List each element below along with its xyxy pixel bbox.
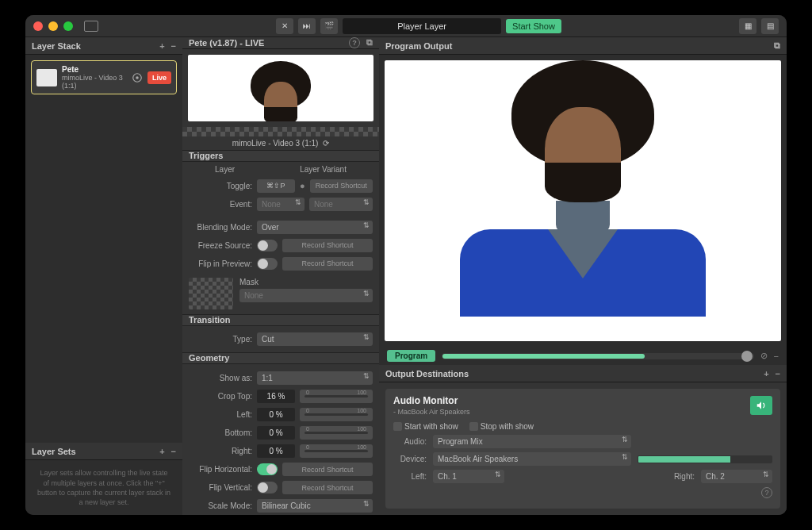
scale-dropdown[interactable]: Bilinear Cubic bbox=[257, 499, 373, 513]
audio-help-icon[interactable]: ? bbox=[761, 487, 772, 498]
crop-bottom-label: Bottom: bbox=[189, 428, 252, 437]
toggle-label: Toggle: bbox=[189, 182, 252, 190]
flip-preview-shortcut[interactable]: Record Shortcut bbox=[282, 257, 373, 271]
svg-point-1 bbox=[136, 76, 139, 79]
event-label: Event: bbox=[189, 200, 252, 209]
output-dest-header: Output Destinations +− bbox=[379, 365, 787, 382]
flip-h-label: Flip Horizontal: bbox=[189, 465, 252, 474]
variant-event-dropdown[interactable]: None bbox=[309, 198, 373, 211]
remove-layer-button[interactable]: − bbox=[171, 41, 176, 51]
popout-icon[interactable]: ⧉ bbox=[774, 40, 780, 51]
layer-settings-icon[interactable] bbox=[132, 72, 143, 83]
variant-shortcut[interactable]: Record Shortcut bbox=[310, 179, 373, 193]
layer-thumbnail bbox=[36, 69, 57, 86]
layer-item[interactable]: Pete mimoLive - Video 3 (1:1) Live bbox=[31, 60, 177, 94]
add-layerset-button[interactable]: + bbox=[159, 447, 164, 456]
sidebar-toggle-icon[interactable] bbox=[84, 21, 98, 32]
toggle-shortcut[interactable]: ⌘⇧P bbox=[257, 179, 295, 193]
crop-bottom-slider[interactable]: 0100 bbox=[300, 426, 373, 440]
stop-with-show-checkbox[interactable]: Stop with show bbox=[469, 422, 534, 431]
clapper-icon[interactable]: 🎬 bbox=[320, 18, 338, 34]
popout-icon[interactable]: ⧉ bbox=[366, 37, 373, 48]
event-dropdown[interactable]: None bbox=[257, 198, 304, 211]
audio-enable-button[interactable] bbox=[750, 396, 772, 415]
blend-dropdown[interactable]: Over bbox=[257, 221, 373, 234]
show-as-dropdown[interactable]: 1:1 bbox=[257, 371, 373, 385]
device-dropdown[interactable]: MacBook Air Speakers bbox=[433, 452, 631, 466]
layout-a-button[interactable]: ▦ bbox=[739, 18, 756, 34]
left-channel-dropdown[interactable]: Ch. 1 bbox=[433, 470, 504, 483]
transition-type-dropdown[interactable]: Cut bbox=[257, 332, 373, 346]
layer-preview bbox=[188, 55, 373, 121]
flip-h-shortcut[interactable]: Record Shortcut bbox=[282, 463, 373, 476]
program-panel: Program Output ⧉ Program ⊘ − Output Dest… bbox=[379, 37, 787, 515]
live-badge[interactable]: Live bbox=[147, 71, 171, 84]
triggers-col-layer: Layer bbox=[215, 165, 235, 174]
close-doc-button[interactable]: ✕ bbox=[276, 18, 293, 34]
preview-source-label: mimoLive - Video 3 (1:1) ⟳ bbox=[182, 136, 379, 150]
layer-source: mimoLive - Video 3 (1:1) bbox=[62, 74, 127, 90]
skip-button[interactable]: ⏭ bbox=[298, 18, 316, 34]
flip-preview-toggle[interactable] bbox=[257, 258, 278, 270]
crop-bottom-value[interactable]: 0 % bbox=[257, 426, 295, 440]
program-output-header: Program Output ⧉ bbox=[379, 37, 787, 55]
geometry-header: Geometry bbox=[182, 352, 379, 364]
add-dest-button[interactable]: + bbox=[764, 369, 768, 378]
document-title: Player Layer bbox=[343, 18, 501, 34]
minimize-icon[interactable] bbox=[48, 21, 58, 31]
start-show-button[interactable]: Start Show bbox=[506, 19, 561, 33]
flip-h-toggle[interactable] bbox=[257, 463, 278, 475]
remove-layerset-button[interactable]: − bbox=[171, 447, 176, 456]
program-badge[interactable]: Program bbox=[387, 350, 435, 362]
titlebar-center: ✕ ⏭ 🎬 Player Layer Start Show bbox=[98, 18, 739, 34]
crop-left-slider[interactable]: 0100 bbox=[300, 408, 373, 421]
left-channel-label: Left: bbox=[393, 472, 427, 481]
blend-label: Blending Mode: bbox=[189, 223, 252, 232]
layer-sets-header: Layer Sets +− bbox=[25, 443, 182, 460]
layer-sets-title: Layer Sets bbox=[32, 447, 76, 456]
layer-stack-title: Layer Stack bbox=[32, 41, 81, 51]
crop-top-value[interactable]: 16 % bbox=[257, 390, 295, 403]
help-icon[interactable]: ? bbox=[349, 37, 360, 48]
remove-program-button[interactable]: − bbox=[774, 351, 779, 361]
mask-dropdown[interactable]: None bbox=[239, 289, 373, 302]
start-with-show-checkbox[interactable]: Start with show bbox=[393, 422, 458, 431]
inspector-header: Pete (v1.87) - LIVE ?⧉ bbox=[182, 37, 379, 49]
crop-right-slider[interactable]: 0100 bbox=[300, 444, 373, 458]
crop-left-label: Left: bbox=[189, 410, 252, 419]
mask-label: Mask bbox=[239, 278, 373, 286]
freeze-label: Freeze Source: bbox=[189, 241, 252, 250]
layer-name: Pete bbox=[62, 65, 127, 74]
layout-b-button[interactable]: ▤ bbox=[761, 18, 779, 34]
scale-label: Scale Mode: bbox=[189, 501, 252, 510]
record-toggle-icon[interactable]: ● bbox=[300, 181, 305, 190]
inspector-title: Pete (v1.87) - LIVE bbox=[189, 38, 264, 48]
device-level-slider[interactable] bbox=[638, 455, 772, 463]
crop-top-slider[interactable]: 0100 bbox=[300, 390, 373, 403]
freeze-toggle[interactable] bbox=[257, 240, 278, 252]
zoom-icon[interactable] bbox=[63, 21, 73, 31]
remove-dest-button[interactable]: − bbox=[776, 369, 780, 378]
flip-v-label: Flip Vertical: bbox=[189, 483, 252, 492]
program-output-title: Program Output bbox=[385, 41, 452, 51]
flip-v-shortcut[interactable]: Record Shortcut bbox=[282, 481, 373, 494]
close-icon[interactable] bbox=[33, 21, 43, 31]
flip-v-toggle[interactable] bbox=[257, 482, 278, 494]
right-channel-dropdown[interactable]: Ch. 2 bbox=[701, 470, 772, 483]
freeze-shortcut[interactable]: Record Shortcut bbox=[282, 239, 373, 252]
refresh-icon[interactable]: ⟳ bbox=[323, 139, 329, 148]
triggers-col-variant: Layer Variant bbox=[300, 165, 347, 174]
show-as-label: Show as: bbox=[189, 374, 252, 382]
inspector-panel: Pete (v1.87) - LIVE ?⧉ mimoLive - Video … bbox=[182, 37, 379, 515]
transition-header: Transition bbox=[182, 314, 379, 326]
crop-left-value[interactable]: 0 % bbox=[257, 408, 295, 421]
audio-dropdown[interactable]: Program Mix bbox=[433, 435, 631, 448]
add-layer-button[interactable]: + bbox=[159, 41, 164, 51]
program-volume-slider[interactable] bbox=[442, 353, 753, 359]
speaker-icon bbox=[756, 400, 767, 411]
crop-right-value[interactable]: 0 % bbox=[257, 444, 295, 458]
alpha-strip bbox=[182, 127, 379, 136]
flip-preview-label: Flip in Preview: bbox=[189, 259, 252, 268]
window-controls bbox=[33, 21, 73, 31]
mute-icon[interactable]: ⊘ bbox=[760, 351, 768, 361]
